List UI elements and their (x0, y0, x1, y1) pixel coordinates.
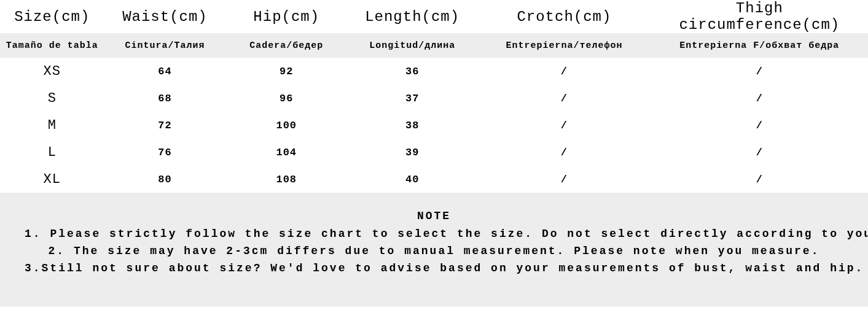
col-sub-thigh: Entrepierna F/обхват бедра (651, 33, 868, 58)
cell-waist: 76 (104, 139, 226, 166)
cell-hip: 104 (225, 139, 347, 166)
note-line: 2. The size may have 2-3cm differs due t… (25, 243, 843, 260)
cell-thigh: / (651, 166, 868, 193)
note-line: 3.Still not sure about size? We'd love t… (25, 260, 843, 277)
table-subheader-row: Tamaño de tabla Cintura/Талия Cadera/бед… (0, 33, 868, 58)
cell-length: 36 (347, 58, 477, 85)
table-row: XL 80 108 40 / / (0, 166, 868, 193)
table-row: M 72 100 38 / / (0, 112, 868, 139)
cell-crotch: / (477, 139, 651, 166)
table-row: L 76 104 39 / / (0, 139, 868, 166)
note-title: NOTE (25, 210, 843, 222)
cell-hip: 96 (225, 85, 347, 112)
col-sub-hip: Cadera/бедер (225, 33, 347, 58)
cell-length: 37 (347, 85, 477, 112)
cell-thigh: / (651, 58, 868, 85)
col-header-waist: Waist(cm) (104, 0, 226, 33)
cell-hip: 92 (225, 58, 347, 85)
cell-size: M (0, 112, 104, 139)
note-block: NOTE 1. Please strictly follow the size … (0, 193, 868, 307)
cell-hip: 108 (225, 166, 347, 193)
note-line: 1. Please strictly follow the size chart… (25, 226, 843, 243)
col-header-hip: Hip(cm) (225, 0, 347, 33)
col-sub-waist: Cintura/Талия (104, 33, 226, 58)
size-table: Size(cm) Waist(cm) Hip(cm) Length(cm) Cr… (0, 0, 868, 193)
cell-hip: 100 (225, 112, 347, 139)
cell-crotch: / (477, 58, 651, 85)
col-sub-size: Tamaño de tabla (0, 33, 104, 58)
cell-size: XL (0, 166, 104, 193)
cell-crotch: / (477, 85, 651, 112)
cell-crotch: / (477, 112, 651, 139)
cell-length: 38 (347, 112, 477, 139)
size-chart: Size(cm) Waist(cm) Hip(cm) Length(cm) Cr… (0, 0, 868, 307)
cell-crotch: / (477, 166, 651, 193)
col-sub-crotch: Entrepierna/телефон (477, 33, 651, 58)
col-header-crotch: Crotch(cm) (477, 0, 651, 33)
col-header-length: Length(cm) (347, 0, 477, 33)
col-sub-length: Longitud/длина (347, 33, 477, 58)
cell-waist: 64 (104, 58, 226, 85)
cell-length: 39 (347, 139, 477, 166)
cell-waist: 68 (104, 85, 226, 112)
cell-size: L (0, 139, 104, 166)
table-row: S 68 96 37 / / (0, 85, 868, 112)
cell-waist: 80 (104, 166, 226, 193)
cell-thigh: / (651, 139, 868, 166)
cell-waist: 72 (104, 112, 226, 139)
cell-size: XS (0, 58, 104, 85)
col-header-size: Size(cm) (0, 0, 104, 33)
table-header-row: Size(cm) Waist(cm) Hip(cm) Length(cm) Cr… (0, 0, 868, 33)
col-header-thigh: Thigh circumference(cm) (651, 0, 868, 33)
cell-thigh: / (651, 85, 868, 112)
cell-length: 40 (347, 166, 477, 193)
cell-thigh: / (651, 112, 868, 139)
table-row: XS 64 92 36 / / (0, 58, 868, 85)
cell-size: S (0, 85, 104, 112)
